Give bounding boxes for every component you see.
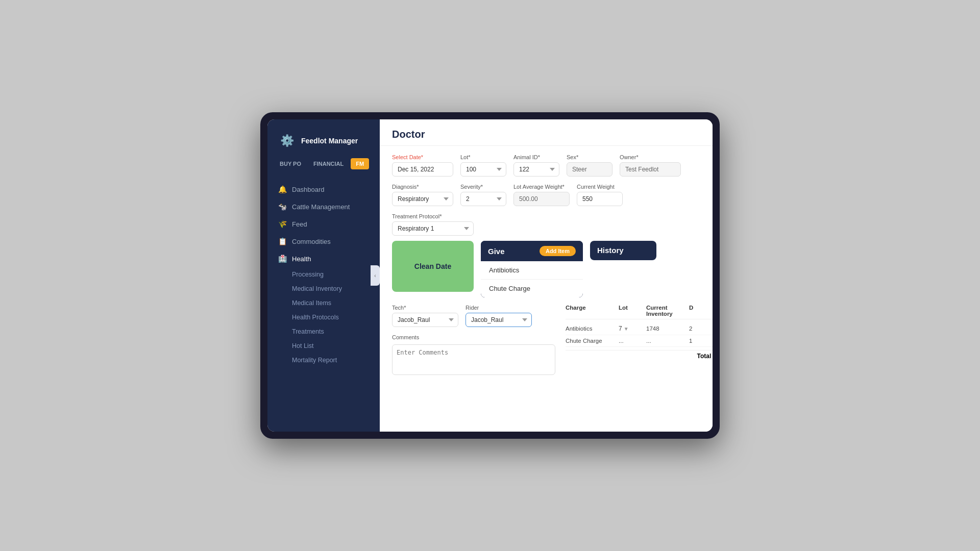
total-row: Total I bbox=[566, 350, 713, 360]
sidebar-item-dashboard[interactable]: 🔔 Dashboard bbox=[267, 181, 380, 198]
rider-select[interactable]: Jacob_Raul bbox=[465, 313, 532, 327]
treatment-protocol-group: Treatment Protocol* Respiratory 1 bbox=[392, 213, 700, 236]
give-header: Give Add Item bbox=[481, 241, 583, 261]
sex-group: Sex* bbox=[567, 154, 612, 177]
lot-label: Lot* bbox=[460, 154, 506, 160]
sidebar-item-health[interactable]: 🏥 Health bbox=[267, 250, 380, 267]
logo-text: Feedlot Manager bbox=[301, 136, 358, 145]
commodities-icon: 📋 bbox=[278, 237, 287, 245]
cattle-icon: 🐄 bbox=[278, 203, 287, 211]
current-weight-group: Current Weight bbox=[577, 184, 623, 206]
comments-label: Comments bbox=[392, 334, 555, 340]
sidebar-item-commodities[interactable]: 📋 Commodities bbox=[267, 233, 380, 250]
owner-label: Owner* bbox=[620, 154, 681, 160]
charge-table: Charge Lot Current Inventory D Antibioti… bbox=[566, 305, 713, 375]
lot-select-input[interactable]: 100 bbox=[460, 162, 506, 177]
page-title: Doctor bbox=[392, 129, 700, 140]
sub-item-health-protocols[interactable]: Health Protocols bbox=[267, 310, 380, 324]
panels-row: Clean Date Give Add Item Antibiotics Chu… bbox=[392, 241, 700, 297]
table-row: Chute Charge ... ... 1 bbox=[566, 335, 713, 347]
sub-item-medical-inventory[interactable]: Medical Inventory bbox=[267, 282, 380, 296]
lot-avg-weight-group: Lot Average Weight* bbox=[513, 184, 570, 206]
give-item-chute-charge[interactable]: Chute Charge bbox=[481, 280, 583, 297]
tech-group: Tech* Jacob_Raul bbox=[392, 305, 458, 327]
current-weight-input[interactable] bbox=[577, 192, 623, 206]
rider-label: Rider bbox=[465, 305, 532, 311]
select-date-label: Select Date* bbox=[392, 154, 453, 160]
logo-area: ⚙️ Feedlot Manager bbox=[267, 119, 380, 158]
select-date-group: Select Date* bbox=[392, 154, 453, 177]
content-area: Select Date* Lot* 100 Animal ID* 122 bbox=[380, 146, 713, 432]
bottom-section: Tech* Jacob_Raul Rider Jacob_Raul bbox=[392, 305, 700, 375]
give-items-list: Antibiotics Chute Charge bbox=[481, 261, 583, 297]
diagnosis-group: Diagnosis* Respiratory bbox=[392, 184, 453, 206]
tech-rider-section: Tech* Jacob_Raul Rider Jacob_Raul bbox=[392, 305, 555, 375]
severity-group: Severity* 2 bbox=[460, 184, 506, 206]
history-title: History bbox=[597, 246, 624, 255]
charge-table-header: Charge Lot Current Inventory D bbox=[566, 305, 713, 319]
give-item-antibiotics[interactable]: Antibiotics bbox=[481, 261, 583, 280]
lot-select-row0[interactable]: 7 ▼ bbox=[619, 325, 644, 332]
health-sub-nav: Processing Medical Inventory Medical Ite… bbox=[267, 267, 380, 367]
sex-label: Sex* bbox=[567, 154, 612, 160]
current-weight-label: Current Weight bbox=[577, 184, 623, 190]
main-content: Doctor Select Date* Lot* 100 bbox=[380, 119, 713, 432]
device-frame: ⚙️ Feedlot Manager BUY PO FINANCIAL FM 🔔… bbox=[260, 112, 720, 439]
sub-item-treatments[interactable]: Treatments bbox=[267, 324, 380, 339]
form-row-1: Select Date* Lot* 100 Animal ID* 122 bbox=[392, 154, 700, 177]
sidebar-item-cattle[interactable]: 🐄 Cattle Management bbox=[267, 198, 380, 215]
diagnosis-label: Diagnosis* bbox=[392, 184, 453, 190]
tab-fm[interactable]: FM bbox=[351, 158, 369, 169]
tech-select[interactable]: Jacob_Raul bbox=[392, 313, 458, 327]
tech-label: Tech* bbox=[392, 305, 458, 311]
add-item-button[interactable]: Add Item bbox=[540, 246, 576, 256]
give-panel: Give Add Item Antibiotics Chute Charge bbox=[481, 241, 583, 297]
sub-item-medical-items[interactable]: Medical Items bbox=[267, 296, 380, 310]
tab-buy-po[interactable]: BUY PO bbox=[275, 158, 306, 169]
tab-financial[interactable]: FINANCIAL bbox=[308, 158, 349, 169]
comments-textarea[interactable] bbox=[392, 344, 555, 375]
history-panel: History bbox=[590, 241, 656, 260]
tech-rider-row: Tech* Jacob_Raul Rider Jacob_Raul bbox=[392, 305, 555, 327]
sub-item-hot-list[interactable]: Hot List bbox=[267, 339, 380, 353]
animal-id-group: Animal ID* 122 bbox=[513, 154, 559, 177]
select-date-input[interactable] bbox=[392, 162, 453, 177]
dashboard-icon: 🔔 bbox=[278, 185, 287, 193]
severity-label: Severity* bbox=[460, 184, 506, 190]
table-row: Antibiotics 7 ▼ 1748 2 bbox=[566, 322, 713, 335]
animal-id-label: Animal ID* bbox=[513, 154, 559, 160]
treatment-protocol-label: Treatment Protocol* bbox=[392, 213, 700, 219]
sidebar-item-feed[interactable]: 🌾 Feed bbox=[267, 215, 380, 233]
give-title: Give bbox=[488, 247, 505, 256]
lot-group: Lot* 100 bbox=[460, 154, 506, 177]
owner-input bbox=[620, 162, 681, 177]
form-row-2: Diagnosis* Respiratory Severity* 2 Lot A… bbox=[392, 184, 700, 206]
sidebar-nav: 🔔 Dashboard 🐄 Cattle Management 🌾 Feed 📋… bbox=[267, 177, 380, 432]
sidebar-collapse-button[interactable]: ‹ bbox=[371, 265, 380, 286]
owner-group: Owner* bbox=[620, 154, 681, 177]
animal-id-select[interactable]: 122 bbox=[513, 162, 559, 177]
app-container: ⚙️ Feedlot Manager BUY PO FINANCIAL FM 🔔… bbox=[267, 119, 713, 432]
health-icon: 🏥 bbox=[278, 255, 287, 263]
logo-icon: ⚙️ bbox=[278, 132, 296, 150]
sidebar: ⚙️ Feedlot Manager BUY PO FINANCIAL FM 🔔… bbox=[267, 119, 380, 432]
lot-avg-weight-label: Lot Average Weight* bbox=[513, 184, 570, 190]
sub-item-processing[interactable]: Processing bbox=[267, 267, 380, 282]
nav-tabs-bar: BUY PO FINANCIAL FM bbox=[267, 158, 380, 177]
page-header: Doctor bbox=[380, 119, 713, 146]
sex-input bbox=[567, 162, 612, 177]
comments-group: Comments bbox=[392, 334, 555, 375]
clean-date-box[interactable]: Clean Date bbox=[392, 241, 474, 292]
lot-avg-weight-input bbox=[513, 192, 570, 206]
treatment-protocol-select[interactable]: Respiratory 1 bbox=[392, 221, 474, 236]
protocol-section: Treatment Protocol* Respiratory 1 Clean … bbox=[392, 213, 700, 297]
rider-group: Rider Jacob_Raul bbox=[465, 305, 532, 327]
feed-icon: 🌾 bbox=[278, 220, 287, 228]
sub-item-mortality-report[interactable]: Mortality Report bbox=[267, 353, 380, 367]
diagnosis-select[interactable]: Respiratory bbox=[392, 192, 453, 206]
severity-select[interactable]: 2 bbox=[460, 192, 506, 206]
